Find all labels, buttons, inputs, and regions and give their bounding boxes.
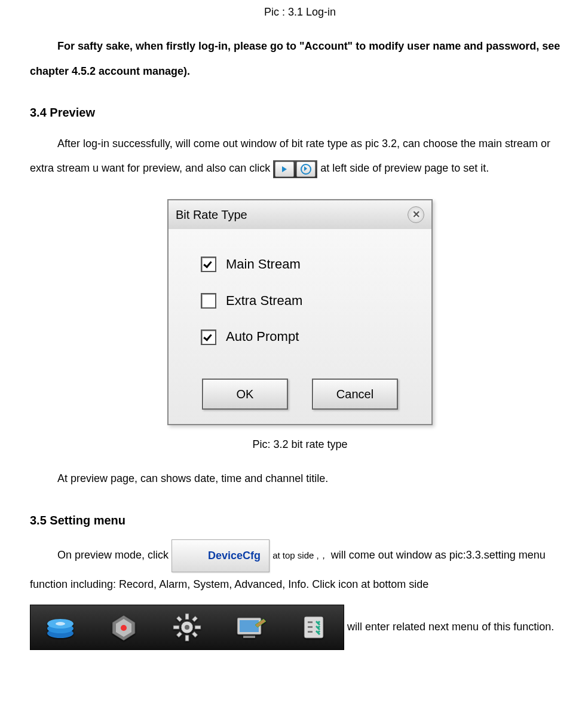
svg-point-3: [56, 622, 65, 626]
dialog-body: Main Stream Extra Stream Auto Prompt: [169, 229, 431, 375]
text-fragment-small: at top side ,，: [272, 550, 328, 560]
checkbox-icon[interactable]: [201, 330, 216, 345]
svg-rect-18: [304, 617, 323, 638]
section-3-5-paragraph-1: On preview mode, click DeviceCfg at top …: [30, 539, 570, 597]
svg-rect-21: [308, 631, 313, 633]
dialog-button-row: OK Cancel: [169, 375, 431, 424]
figure-caption-3-2: Pic: 3.2 bit rate type: [30, 437, 570, 452]
svg-rect-17: [243, 636, 255, 638]
svg-point-14: [185, 625, 189, 630]
svg-rect-19: [308, 621, 313, 623]
section-3-5-title: 3.5 Setting menu: [30, 512, 570, 529]
svg-rect-6: [185, 614, 189, 620]
text-fragment: at left side of preview page to set it.: [320, 162, 489, 174]
section-3-4-paragraph-2: At preview page, can shows date, time an…: [30, 466, 570, 491]
text-fragment: will enter related next menu of this fun…: [347, 620, 554, 632]
section-3-4-title: 3.4 Preview: [30, 104, 570, 121]
settings-toolbar: [30, 605, 344, 650]
svg-rect-13: [176, 631, 182, 637]
svg-rect-20: [308, 626, 313, 628]
svg-rect-8: [173, 626, 179, 629]
record-icon[interactable]: [34, 611, 87, 644]
section-3-4-paragraph-1: After log-in successfully, will come out…: [30, 132, 570, 181]
svg-rect-9: [195, 626, 201, 629]
svg-point-4: [121, 625, 127, 631]
text-fragment: On preview mode, click: [57, 549, 172, 561]
svg-rect-16: [240, 620, 259, 632]
section-3-5-toolbar-line: will enter related next menu of this fun…: [30, 605, 570, 650]
safety-note: For safty sake, when firstly log-in, ple…: [30, 34, 570, 84]
info-icon[interactable]: [287, 611, 340, 644]
svg-rect-12: [192, 616, 198, 622]
svg-rect-10: [176, 616, 182, 622]
option-extra-stream[interactable]: Extra Stream: [201, 292, 408, 310]
alarm-icon[interactable]: [97, 611, 150, 644]
circle-play-icon: [296, 161, 316, 177]
dialog-titlebar: Bit Rate Type ✕: [169, 200, 431, 229]
bitrate-dialog-figure: Bit Rate Type ✕ Main Stream Extra Stream…: [30, 199, 570, 425]
figure-caption-3-1: Pic : 3.1 Log-in: [30, 5, 570, 20]
bitrate-dialog: Bit Rate Type ✕ Main Stream Extra Stream…: [167, 199, 433, 425]
dialog-title-text: Bit Rate Type: [176, 206, 247, 223]
option-auto-prompt[interactable]: Auto Prompt: [201, 328, 408, 346]
cancel-button[interactable]: Cancel: [312, 379, 398, 410]
option-main-stream[interactable]: Main Stream: [201, 255, 408, 274]
devicecfg-button[interactable]: DeviceCfg: [172, 539, 270, 572]
svg-rect-11: [192, 631, 198, 637]
checkbox-icon[interactable]: [201, 293, 216, 309]
option-label: Extra Stream: [226, 292, 302, 310]
play-icon: [275, 161, 294, 177]
advanced-icon[interactable]: [224, 611, 277, 644]
stream-toggle-icon[interactable]: [273, 160, 317, 178]
option-label: Auto Prompt: [226, 328, 299, 346]
close-icon[interactable]: ✕: [408, 206, 424, 223]
ok-button[interactable]: OK: [202, 379, 288, 410]
checkbox-icon[interactable]: [201, 257, 216, 272]
svg-rect-7: [185, 635, 189, 641]
system-icon[interactable]: [161, 611, 213, 644]
option-label: Main Stream: [226, 255, 301, 274]
